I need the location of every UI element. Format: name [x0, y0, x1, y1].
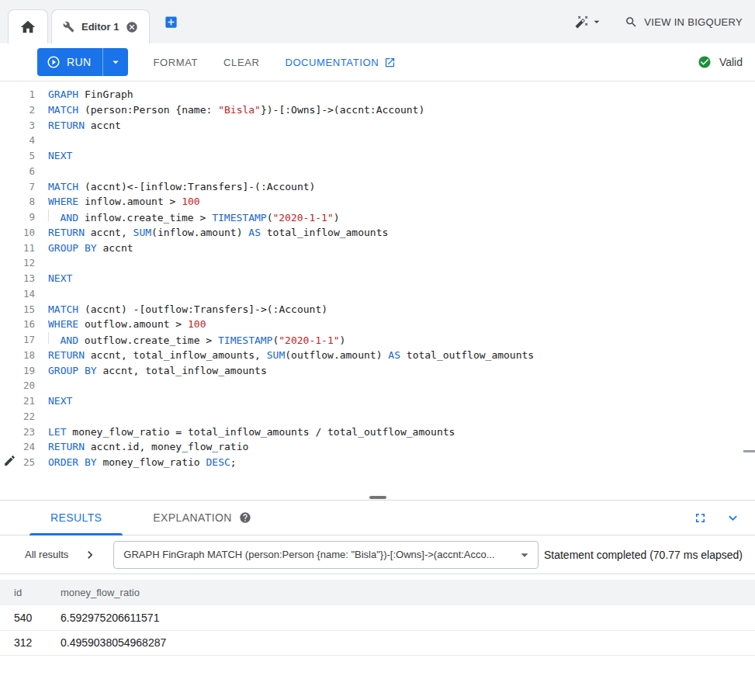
code-line: 11GROUP BY accnt: [0, 241, 755, 256]
run-options-caret[interactable]: [102, 48, 128, 76]
code-line: 19GROUP BY accnt, total_inflow_amounts: [0, 363, 755, 379]
code-line: 8WHERE inflow.amount > 100: [0, 194, 755, 210]
collapse-chevron-icon[interactable]: [722, 507, 744, 529]
dropdown-caret-icon: [516, 546, 533, 563]
code-line: 12: [0, 255, 755, 271]
code-line: 6: [0, 164, 755, 179]
results-table: idmoney_flow_ratio 5406.5929752066115713…: [0, 580, 755, 656]
search-icon: [625, 16, 638, 29]
run-button[interactable]: RUN: [37, 48, 102, 76]
line-number: 20: [0, 378, 35, 393]
home-icon: [19, 19, 36, 36]
view-in-bigquery-label: VIEW IN BIGQUERY: [644, 16, 743, 28]
add-tab-button[interactable]: [164, 15, 178, 29]
clear-button[interactable]: CLEAR: [223, 57, 259, 68]
line-number: 15: [0, 302, 35, 317]
code-line: 24RETURN accnt.id, money_flow_ratio: [0, 439, 755, 455]
code-line: 13NEXT: [0, 271, 755, 286]
line-number: 19: [0, 363, 35, 379]
caret-down-icon: [590, 16, 603, 28]
line-number: 23: [0, 425, 35, 440]
code-line: 3RETURN accnt: [0, 118, 755, 133]
code-line: 9AND inflow.create_time > TIMESTAMP("202…: [0, 210, 755, 225]
help-icon[interactable]: [239, 511, 251, 524]
close-tab-icon[interactable]: [126, 21, 138, 33]
check-circle-icon: [698, 55, 712, 69]
explanation-tab-label: EXPLANATION: [153, 511, 231, 524]
home-tab[interactable]: [8, 9, 48, 43]
tab-editor-1[interactable]: Editor 1: [51, 9, 150, 43]
documentation-label: DOCUMENTATION: [285, 57, 379, 68]
code-line: 1GRAPH FinGraph: [0, 87, 755, 102]
line-number: 4: [0, 133, 35, 148]
code-line: 15MATCH (accnt) -[outflow:Transfers]->(:…: [0, 302, 755, 317]
code-line: 2MATCH (person:Person {name: "Bisla"})-[…: [0, 102, 755, 118]
documentation-button[interactable]: DOCUMENTATION: [285, 57, 396, 68]
tab-explanation[interactable]: EXPLANATION: [132, 501, 272, 535]
statement-status-text: Statement completed (70.77 ms elapsed): [544, 549, 743, 561]
edit-pencil-icon[interactable]: [3, 454, 16, 467]
table-cell: 6.592975206611571: [47, 605, 755, 630]
column-header: id: [0, 580, 47, 605]
line-number: 5: [0, 148, 35, 164]
add-box-icon: [164, 15, 178, 29]
line-number: 12: [0, 255, 35, 271]
chevron-right-icon[interactable]: [82, 547, 98, 563]
code-area[interactable]: 1GRAPH FinGraph2MATCH (person:Person {na…: [0, 87, 755, 470]
table-row: 3120.4959038054968287: [0, 630, 755, 655]
line-number: 18: [0, 348, 35, 363]
results-table-body: 5406.5929752066115713120.495903805496828…: [0, 605, 755, 655]
results-toolbar: All results GRAPH FinGraph MATCH (person…: [0, 535, 755, 574]
results-tab-bar: RESULTS EXPLANATION: [0, 501, 755, 535]
column-header: money_flow_ratio: [47, 580, 755, 605]
code-line: 23LET money_flow_ratio = total_inflow_am…: [0, 425, 755, 440]
line-number: 14: [0, 286, 35, 302]
table-cell: 312: [0, 630, 47, 655]
line-number: 8: [0, 194, 35, 210]
valid-label: Valid: [719, 56, 743, 68]
line-number: 17: [0, 332, 35, 348]
play-circle-icon: [47, 55, 61, 69]
code-line: 17AND outflow.create_time > TIMESTAMP("2…: [0, 332, 755, 348]
validation-status: Valid: [698, 55, 743, 69]
code-line: 5NEXT: [0, 148, 755, 164]
line-number: 9: [0, 210, 35, 225]
code-line: 21NEXT: [0, 393, 755, 409]
scrollbar-thumb[interactable]: [743, 450, 755, 452]
code-line: 22: [0, 409, 755, 425]
line-number: 13: [0, 271, 35, 286]
table-row: 5406.592975206611571: [0, 605, 755, 630]
line-number: 2: [0, 102, 35, 118]
run-label: RUN: [67, 56, 92, 68]
code-line: 14: [0, 286, 755, 302]
editor-tab-label: Editor 1: [81, 21, 119, 33]
tab-results[interactable]: RESULTS: [29, 501, 123, 535]
line-number: 10: [0, 225, 35, 241]
line-number: 3: [0, 118, 35, 133]
code-editor[interactable]: 1GRAPH FinGraph2MATCH (person:Person {na…: [0, 81, 755, 501]
line-number: 1: [0, 87, 35, 102]
line-number: 16: [0, 317, 35, 332]
view-in-bigquery-button[interactable]: VIEW IN BIGQUERY: [625, 16, 743, 29]
results-header-row: idmoney_flow_ratio: [0, 580, 755, 605]
all-results-label: All results: [25, 549, 68, 560]
open-in-new-icon: [384, 57, 396, 68]
line-number: 6: [0, 164, 35, 179]
line-number: 11: [0, 241, 35, 256]
magic-wand-icon: [575, 15, 589, 29]
line-number: 22: [0, 409, 35, 425]
run-button-group: RUN: [37, 48, 128, 76]
fullscreen-icon[interactable]: [690, 508, 711, 528]
format-button[interactable]: FORMAT: [154, 57, 199, 68]
panel-resize-handle[interactable]: [369, 496, 386, 499]
code-line: 20: [0, 378, 755, 393]
magic-wand-button[interactable]: [575, 15, 603, 29]
code-line: 16WHERE outflow.amount > 100: [0, 317, 755, 332]
results-panel: RESULTS EXPLANATION All results GRAPH Fi…: [0, 501, 755, 656]
results-tab-label: RESULTS: [50, 511, 102, 524]
code-line: 4: [0, 133, 755, 148]
line-number: 7: [0, 179, 35, 195]
statement-select-dropdown[interactable]: GRAPH FinGraph MATCH (person:Person {nam…: [113, 541, 539, 569]
tab-bar: Editor 1 VIEW IN BIGQUERY: [0, 0, 755, 43]
code-line: 25ORDER BY money_flow_ratio DESC;: [0, 455, 755, 470]
